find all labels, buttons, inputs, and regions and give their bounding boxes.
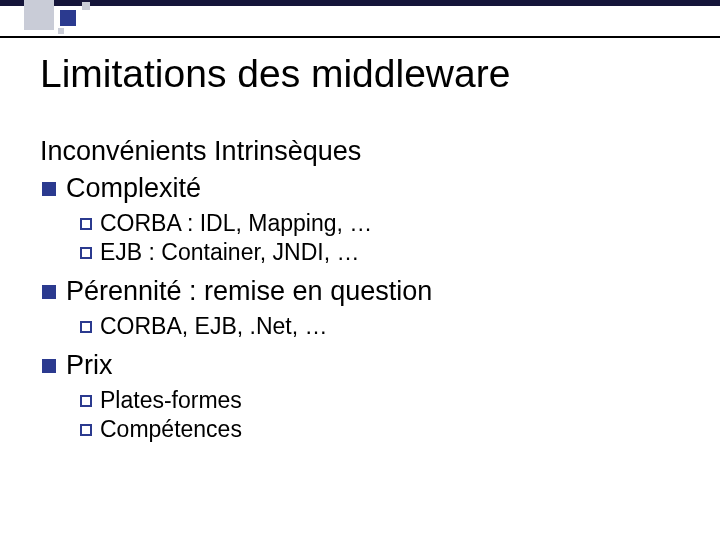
sub-label: Plates-formes xyxy=(100,387,242,413)
list-item: Pérennité : remise en question CORBA, EJ… xyxy=(42,276,690,340)
sub-label: Compétences xyxy=(100,416,242,442)
corner-decoration xyxy=(0,0,120,40)
slide-title: Limitations des middleware xyxy=(40,52,690,96)
sub-list: Plates-formes Compétences xyxy=(80,387,690,443)
sub-list: CORBA, EJB, .Net, … xyxy=(80,313,690,340)
list-item: EJB : Container, JNDI, … xyxy=(80,239,690,266)
hollow-square-bullet-icon xyxy=(80,321,92,333)
square-bullet-icon xyxy=(42,285,56,299)
list-item: Complexité CORBA : IDL, Mapping, … EJB :… xyxy=(42,173,690,266)
list-item: CORBA, EJB, .Net, … xyxy=(80,313,690,340)
slide-subhead: Inconvénients Intrinsèques xyxy=(40,136,690,167)
square-bullet-icon xyxy=(42,359,56,373)
square-bullet-icon xyxy=(42,182,56,196)
hollow-square-bullet-icon xyxy=(80,395,92,407)
sub-label: CORBA : IDL, Mapping, … xyxy=(100,210,372,236)
sub-label: EJB : Container, JNDI, … xyxy=(100,239,359,265)
header-rule xyxy=(0,36,720,38)
bullet-list: Complexité CORBA : IDL, Mapping, … EJB :… xyxy=(42,173,690,443)
list-item: Prix Plates-formes Compétences xyxy=(42,350,690,443)
hollow-square-bullet-icon xyxy=(80,247,92,259)
hollow-square-bullet-icon xyxy=(80,218,92,230)
slide-body: Limitations des middleware Inconvénients… xyxy=(40,52,690,453)
item-label: Prix xyxy=(66,350,113,380)
sub-label: CORBA, EJB, .Net, … xyxy=(100,313,328,339)
list-item: CORBA : IDL, Mapping, … xyxy=(80,210,690,237)
sub-list: CORBA : IDL, Mapping, … EJB : Container,… xyxy=(80,210,690,266)
hollow-square-bullet-icon xyxy=(80,424,92,436)
list-item: Plates-formes xyxy=(80,387,690,414)
list-item: Compétences xyxy=(80,416,690,443)
item-label: Pérennité : remise en question xyxy=(66,276,432,306)
item-label: Complexité xyxy=(66,173,201,203)
